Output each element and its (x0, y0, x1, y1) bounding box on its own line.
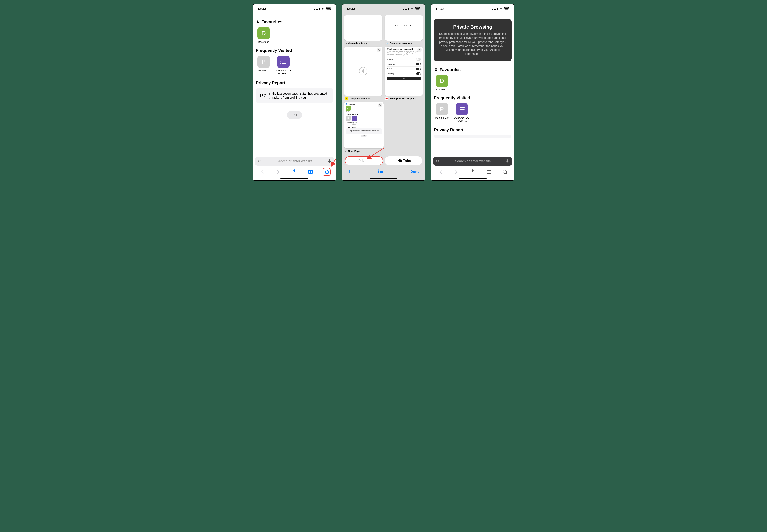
close-tab-button[interactable]: ✕ (378, 103, 382, 107)
svg-rect-22 (505, 8, 509, 10)
tab-thumb (344, 15, 382, 41)
forward-button[interactable] (274, 168, 282, 176)
status-icons (492, 7, 509, 11)
phone-panel-2: 13:43 pos.lamasbonita.es Entradas relaci… (342, 4, 425, 181)
address-bar[interactable]: Search or enter website (433, 157, 512, 166)
favourites-title: Favourites (261, 19, 283, 24)
freq-item-jornada[interactable]: JORNADA DE PUERT… (454, 103, 469, 122)
bottom-toolbar (253, 167, 336, 177)
private-browsing-title: Private Browsing (438, 24, 508, 30)
svg-rect-8 (326, 171, 328, 174)
mic-icon[interactable] (328, 159, 331, 163)
freq-tile: P (258, 56, 270, 68)
favourite-item-drivezone[interactable]: D DriveZone (434, 75, 449, 91)
status-icons (403, 7, 420, 11)
bottom-toolbar (431, 167, 514, 177)
privacy-report-title: Privacy Report (434, 127, 463, 132)
private-mode-pill[interactable]: Private (345, 156, 383, 165)
toggle (416, 72, 421, 75)
privacy-shield-count: 7 (259, 94, 266, 98)
list-icon (281, 60, 287, 64)
star-icon: ★ (345, 150, 347, 153)
cellular-icon (492, 8, 498, 10)
close-tab-button[interactable]: ✕ (377, 48, 381, 52)
share-button[interactable] (469, 168, 477, 176)
tab-title: 📄 Campanar celebra s… (385, 42, 423, 45)
tab-favicon: id (345, 97, 348, 100)
tab-title: ★ Start Page (344, 150, 384, 153)
svg-rect-12 (420, 8, 420, 9)
svg-line-4 (260, 162, 261, 163)
privacy-report-header: Privacy Report (256, 80, 333, 85)
share-button[interactable] (290, 168, 298, 176)
tab-card-campanar[interactable]: Entradas relacionadas 📄 Campanar celebra… (385, 15, 423, 45)
phone-panel-3: 13:43 Private Browsing Safari is designe… (431, 4, 514, 181)
close-tab-button[interactable]: ✕ (417, 48, 422, 52)
freq-item-pokemon[interactable]: P Pokemon2.0 (256, 56, 271, 75)
freq-label: JORNADA DE PUERT… (276, 69, 291, 75)
address-bar[interactable]: Search or enter website (255, 157, 334, 166)
status-bar: 13:43 (253, 4, 336, 14)
private-browsing-card: Private Browsing Safari is designed with… (434, 19, 511, 61)
tab-row: pos.lamasbonita.es Entradas relacionadas… (344, 15, 423, 45)
tab-card-departures[interactable]: ✕ Which cookies do you accept? We use co… (385, 47, 423, 100)
done-button[interactable]: Done (410, 170, 419, 174)
cellular-icon (403, 8, 409, 10)
tabs-count-pill[interactable]: 149 Tabs (385, 156, 422, 165)
status-time: 13:43 (347, 7, 355, 11)
svg-rect-11 (415, 8, 419, 10)
mic-icon[interactable] (506, 159, 509, 163)
svg-rect-26 (507, 159, 508, 162)
new-tab-button[interactable]: + (348, 168, 351, 175)
tab-row: ✕ 👤 Favourites D DriveZone Frequently Vi… (344, 102, 384, 153)
freq-label: Pokemon2.0 (256, 69, 271, 72)
start-page-content: Favourites D DriveZone Frequently Visite… (253, 14, 336, 157)
tab-grid[interactable]: pos.lamasbonita.es Entradas relacionadas… (342, 14, 425, 156)
tab-title: id Cortijo en venta en… (344, 97, 382, 100)
privacy-card-peek (434, 135, 511, 138)
status-time: 13:43 (436, 7, 444, 11)
privacy-report-card[interactable]: 7 In the last seven days, Safari has pre… (256, 88, 333, 103)
back-button[interactable] (258, 168, 266, 176)
favourites-header: Favourites (434, 67, 511, 72)
tabs-button[interactable] (501, 168, 509, 176)
bookmarks-button[interactable] (485, 168, 493, 176)
freq-item-pokemon[interactable]: P Pokemon2.0 (434, 103, 449, 122)
privacy-report-title: Privacy Report (256, 80, 285, 85)
tab-favicon: 📄 (385, 42, 388, 45)
toggle (416, 58, 421, 61)
tab-card-startpage[interactable]: ✕ 👤 Favourites D DriveZone Frequently Vi… (344, 102, 384, 153)
frequently-visited-row: P Pokemon2.0 JORNADA DE PUERT… (434, 103, 511, 122)
battery-icon (415, 7, 420, 11)
status-icons (314, 7, 331, 11)
toggle (416, 68, 421, 70)
forward-button[interactable] (452, 168, 460, 176)
tab-card-lamasbonita[interactable]: pos.lamasbonita.es (344, 15, 382, 45)
freq-label: JORNADA DE PUERT… (454, 116, 469, 122)
favourites-header: Favourites (256, 19, 333, 24)
freq-item-jornada[interactable]: JORNADA DE PUERT… (276, 56, 291, 75)
tab-thumb: ✕ (344, 47, 382, 96)
svg-rect-1 (326, 8, 330, 10)
freq-label: Pokemon2.0 (434, 116, 449, 119)
home-indicator (459, 178, 486, 179)
home-indicator (370, 178, 397, 179)
svg-point-16 (378, 171, 379, 172)
tab-groups-button[interactable] (378, 169, 384, 174)
edit-button[interactable]: Edit (287, 111, 302, 119)
frequently-visited-header: Frequently Visited (256, 48, 333, 53)
tab-card-cortijo[interactable]: ✕ id Cortijo en venta en… (344, 47, 382, 100)
compass-icon (359, 67, 368, 76)
search-icon (436, 159, 440, 163)
favourite-item-drivezone[interactable]: D DriveZone (256, 27, 271, 43)
bookmarks-button[interactable] (307, 168, 315, 176)
svg-rect-5 (329, 159, 330, 162)
frequently-visited-row: P Pokemon2.0 JORNADA DE PUERT… (256, 56, 333, 75)
status-time: 13:43 (258, 7, 266, 11)
tab-view-toolbar: + Done (342, 166, 425, 177)
back-button[interactable] (436, 168, 444, 176)
cookie-prompt: Which cookies do you accept? We use cook… (385, 47, 423, 82)
tabs-button[interactable] (323, 168, 331, 176)
frequently-visited-header: Frequently Visited (434, 95, 511, 100)
tab-favicon: BER (385, 97, 388, 100)
